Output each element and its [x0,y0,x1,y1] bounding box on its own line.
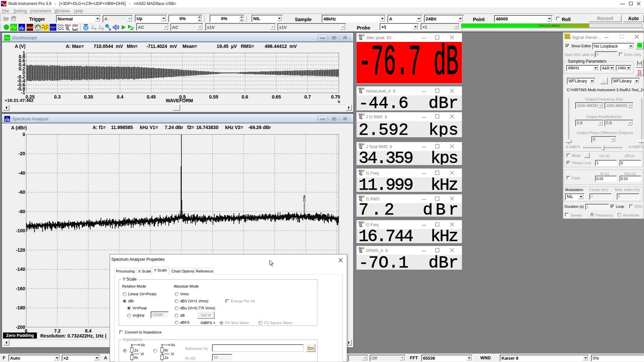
svg-text:0: 0 [22,132,25,137]
svg-text:-140: -140 [16,266,25,272]
svg-text:P: P [363,113,365,116]
svg-text:-40: -40 [18,170,25,176]
svg-text:P: P [363,143,365,146]
svg-text:-100: -100 [16,228,25,233]
svg-text:B: B [102,27,104,31]
svg-text:Rr: Rr [164,348,168,352]
svg-text:11.999 kHz: 11.999 kHz [359,177,459,191]
svg-text:Rr: Rr [134,356,138,360]
svg-text:DUT: DUT [50,26,56,29]
svg-text:-120: -120 [16,247,25,253]
svg-text:-200: -200 [16,324,25,330]
svg-text:P: P [69,24,71,27]
svg-text:Zx: Zx [134,348,139,352]
svg-text:P: P [363,247,365,250]
svg-text:0.3: 0.3 [54,94,61,100]
svg-text:-44.6 dBr: -44.6 dBr [359,95,459,110]
svg-text:888: 888 [26,26,33,30]
svg-text:-7O.1 dBr: -7O.1 dBr [359,255,459,269]
svg-text:2: 2 [303,194,305,199]
svg-text:0.4: 0.4 [117,94,123,100]
svg-text:-160: -160 [16,286,25,291]
svg-text:0.7: 0.7 [304,94,311,100]
svg-text:2.592 kps: 2.592 kps [359,121,459,137]
svg-text:-20: -20 [18,151,25,156]
svg-text:Vi: Vi [141,352,144,356]
svg-text:-180: -180 [16,305,25,310]
svg-text:0.65: 0.65 [272,94,281,100]
svg-text:7.2 dBr: 7.2 dBr [359,203,459,216]
svg-text:Zx: Zx [164,356,169,360]
svg-text:34.359 kps: 34.359 kps [359,151,459,165]
svg-text:P: P [363,195,365,198]
svg-text:WAVEFORM: WAVEFORM [166,98,193,103]
svg-text:Vi: Vi [171,352,174,356]
svg-text:0.55: 0.55 [209,94,218,100]
svg-text:Vo: Vo [171,343,175,347]
svg-text:P: P [363,221,365,224]
svg-text:C: C [76,24,78,27]
svg-text:0.35: 0.35 [84,94,93,100]
svg-text:-76.7 dB: -76.7 dB [359,42,459,83]
svg-text:-80: -80 [18,209,25,214]
svg-text:+16:21:47:462: +16:21:47:462 [5,98,34,103]
svg-text:A: A [94,27,97,31]
svg-text:0.45: 0.45 [147,94,156,100]
svg-text:16.744 kHz: 16.744 kHz [359,229,459,243]
svg-text:P: P [363,170,365,173]
svg-text:-1: -1 [21,90,25,95]
svg-text:0.6: 0.6 [241,94,248,100]
svg-text:7.2: 7.2 [54,328,61,334]
svg-text:8.4: 8.4 [85,328,92,334]
svg-text:P: P [363,87,365,90]
svg-text:s: s [338,99,340,104]
svg-text:P: P [363,34,365,37]
svg-text:-60: -60 [18,189,25,195]
svg-text:Vo: Vo [141,343,145,347]
